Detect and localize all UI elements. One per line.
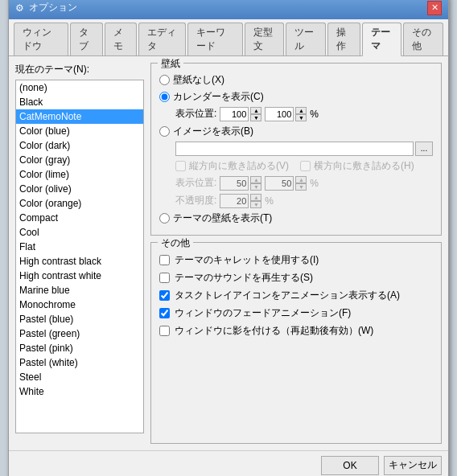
image-path-input[interactable] <box>175 142 414 156</box>
other-checkbox-3[interactable] <box>159 308 170 318</box>
img-x-input[interactable] <box>220 176 249 191</box>
show-calendar-radio[interactable] <box>159 92 170 102</box>
cal-y-input[interactable] <box>265 107 294 121</box>
theme-item-pastel-pink[interactable]: Pastel (pink) <box>16 341 143 355</box>
img-y-down[interactable]: ▼ <box>295 183 307 191</box>
cal-y-up[interactable]: ▲ <box>295 107 307 114</box>
img-y-spinner-btn: ▲ ▼ <box>295 176 307 191</box>
other-item-4: ウィンドウに影を付ける（再起動後有効）(W) <box>159 324 433 338</box>
tab-other[interactable]: その他 <box>403 23 443 55</box>
other-checkbox-2[interactable] <box>159 290 170 301</box>
theme-list[interactable]: (none) Black CatMemoNote Color (blue) Co… <box>15 80 144 433</box>
opacity-down[interactable]: ▼ <box>250 201 261 208</box>
other-label-0: テーマのキャレットを使用する(I) <box>175 253 319 267</box>
other-label-1: テーマのサウンドを再生する(S) <box>175 271 313 285</box>
tab-tab[interactable]: タブ <box>70 23 103 55</box>
cal-x-spinner-btn: ▲ ▼ <box>250 107 261 121</box>
wallpaper-section: 壁紙 壁紙なし(X) カレンダーを表示(C) 表示位置: <box>150 63 442 236</box>
tab-memo[interactable]: メモ <box>105 23 138 55</box>
img-x-up[interactable]: ▲ <box>250 176 261 183</box>
tile-v-label: 縦方向に敷き詰める(V) <box>189 159 289 173</box>
other-checkbox-4[interactable] <box>159 326 170 336</box>
image-path-row: ... <box>175 142 433 156</box>
theme-item-black[interactable]: Black <box>16 95 143 109</box>
tile-v-checkbox[interactable] <box>175 161 186 171</box>
theme-item-pastel-green[interactable]: Pastel (green) <box>16 326 143 341</box>
theme-item-color-orange[interactable]: Color (orange) <box>16 196 143 211</box>
theme-item-color-dark[interactable]: Color (dark) <box>16 138 143 153</box>
show-image-row: イメージを表示(B) <box>159 125 433 138</box>
theme-item-monochrome[interactable]: Monochrome <box>16 298 143 312</box>
tile-h-row: 横方向に敷き詰める(H) <box>300 159 414 173</box>
gear-icon: ⚙ <box>15 2 24 14</box>
img-x-down[interactable]: ▼ <box>250 183 261 191</box>
theme-item-compact[interactable]: Compact <box>16 211 143 225</box>
img-position-label: 表示位置: <box>175 176 216 190</box>
theme-item-hc-white[interactable]: High contrast white <box>16 269 143 283</box>
opacity-input[interactable] <box>220 194 249 208</box>
opacity-spinner-btn: ▲ ▼ <box>250 194 261 208</box>
cal-x-input[interactable] <box>220 107 249 121</box>
tab-editor[interactable]: エディタ <box>138 23 186 55</box>
tile-h-label: 横方向に敷き詰める(H) <box>314 159 414 173</box>
close-button[interactable]: ✕ <box>427 1 442 15</box>
other-section: その他 テーマのキャレットを使用する(I) テーマのサウンドを再生する(S) タ… <box>150 242 442 444</box>
opacity-percent: % <box>265 195 274 207</box>
theme-item-cool[interactable]: Cool <box>16 225 143 240</box>
titlebar-left: ⚙ オプション <box>15 1 77 14</box>
cal-y-spinner: ▲ ▼ <box>265 107 307 121</box>
theme-item-white[interactable]: White <box>16 384 143 399</box>
theme-item-color-gray[interactable]: Color (gray) <box>16 153 143 167</box>
theme-item-marine-blue[interactable]: Marine blue <box>16 283 143 298</box>
titlebar: ⚙ オプション ✕ <box>9 0 448 19</box>
tab-operation[interactable]: 操作 <box>327 23 360 55</box>
theme-item-catmemonote[interactable]: CatMemoNote <box>16 109 143 124</box>
img-percent: % <box>310 178 319 189</box>
show-calendar-row: カレンダーを表示(C) <box>159 90 433 104</box>
tile-h-checkbox[interactable] <box>300 161 311 171</box>
cal-x-spinner: ▲ ▼ <box>220 107 261 121</box>
main-window: ⚙ オプション ✕ ウィンドウ タブ メモ エディタ キーワード 定型文 ツール… <box>8 0 449 476</box>
cal-x-up[interactable]: ▲ <box>250 107 261 114</box>
ok-button[interactable]: OK <box>321 456 379 475</box>
cal-x-down[interactable]: ▼ <box>250 114 261 121</box>
no-wallpaper-row: 壁紙なし(X) <box>159 73 433 87</box>
theme-item-steel[interactable]: Steel <box>16 370 143 384</box>
other-label-4: ウィンドウに影を付ける（再起動後有効）(W) <box>175 324 373 338</box>
show-theme-wallpaper-radio[interactable] <box>159 213 170 224</box>
tabs-row: ウィンドウ タブ メモ エディタ キーワード 定型文 ツール 操作 テーマ その… <box>9 19 448 56</box>
tile-checkboxes: 縦方向に敷き詰める(V) 横方向に敷き詰める(H) <box>175 159 433 173</box>
show-image-radio[interactable] <box>159 126 170 137</box>
img-x-spinner-btn: ▲ ▼ <box>250 176 261 191</box>
cal-y-down[interactable]: ▼ <box>295 114 307 121</box>
tab-theme[interactable]: テーマ <box>362 23 402 56</box>
no-wallpaper-radio[interactable] <box>159 75 170 85</box>
other-label-3: ウィンドウのフェードアニメーション(F) <box>175 306 351 320</box>
tab-window[interactable]: ウィンドウ <box>14 23 68 55</box>
cal-y-spinner-btn: ▲ ▼ <box>295 107 307 121</box>
theme-item-hc-black[interactable]: High contrast black <box>16 254 143 269</box>
other-checkbox-1[interactable] <box>159 273 170 283</box>
theme-item-color-lime[interactable]: Color (lime) <box>16 167 143 182</box>
tab-keyword[interactable]: キーワード <box>187 23 242 55</box>
opacity-up[interactable]: ▲ <box>250 194 261 201</box>
other-checkbox-0[interactable] <box>159 255 170 265</box>
no-wallpaper-label: 壁紙なし(X) <box>173 73 224 87</box>
theme-item-flat[interactable]: Flat <box>16 240 143 254</box>
browse-button[interactable]: ... <box>415 142 433 156</box>
theme-item-none[interactable]: (none) <box>16 80 143 95</box>
tab-template[interactable]: 定型文 <box>245 23 285 55</box>
tile-v-row: 縦方向に敷き詰める(V) <box>175 159 289 173</box>
other-item-2: タスクトレイアイコンをアニメーション表示する(A) <box>159 289 433 302</box>
cal-percent: % <box>310 109 319 120</box>
tab-tools[interactable]: ツール <box>286 23 326 55</box>
theme-item-color-blue[interactable]: Color (blue) <box>16 124 143 138</box>
cancel-button[interactable]: キャンセル <box>384 456 442 475</box>
theme-item-pastel-white[interactable]: Pastel (white) <box>16 355 143 370</box>
theme-item-pastel-blue[interactable]: Pastel (blue) <box>16 312 143 326</box>
content-area: 現在のテーマ(N): (none) Black CatMemoNote Colo… <box>9 56 448 450</box>
right-panel: 壁紙 壁紙なし(X) カレンダーを表示(C) 表示位置: <box>150 63 442 444</box>
img-y-input[interactable] <box>265 176 294 191</box>
img-y-up[interactable]: ▲ <box>295 176 307 183</box>
theme-item-color-olive[interactable]: Color (olive) <box>16 182 143 196</box>
